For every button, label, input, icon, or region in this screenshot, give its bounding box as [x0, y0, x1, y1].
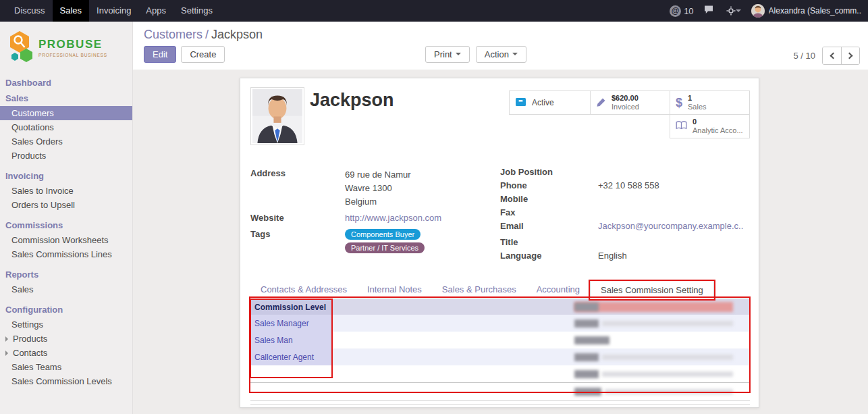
action-dropdown-button[interactable]: Action — [476, 46, 526, 63]
sidebar-item-sales-to-invoice[interactable]: Sales to Invoice — [0, 184, 132, 198]
pager-next-button[interactable] — [841, 47, 859, 64]
sales-label: Sales — [688, 103, 707, 111]
sidebar-heading-reports[interactable]: Reports — [0, 267, 132, 282]
right-field-group: Job Position Phone +32 10 588 558 Mobile… — [500, 167, 749, 264]
customer-form-sheet: Jackpson Active $620.00 Invoiced $ 1 Sal… — [240, 78, 759, 408]
logo-title: PROBUSE — [38, 38, 107, 51]
sidebar-item-products[interactable]: Products — [0, 149, 132, 163]
tab-contacts-addresses[interactable]: Contacts & Addresses — [250, 280, 357, 299]
table-row[interactable]: Sales Man — [250, 332, 750, 348]
analytic-stat-button[interactable]: 0 Analytic Acco... — [670, 114, 750, 138]
sidebar-item-commission-worksheets[interactable]: Commission Worksheets — [0, 233, 132, 247]
table-footer-line — [250, 404, 750, 405]
empty-cell — [250, 383, 331, 399]
tab-accounting[interactable]: Accounting — [526, 280, 590, 299]
commission-table: Commission Level Sales Manager Sales Man… — [250, 299, 750, 405]
user-name: Alexandra (Sales_comm.. — [769, 6, 861, 16]
create-button[interactable]: Create — [181, 46, 225, 63]
mention-counter[interactable]: @ 10 — [670, 5, 693, 17]
tags-value: Components Buyer Partner / IT Services — [345, 229, 493, 256]
messages-icon[interactable] — [704, 5, 716, 17]
commission-level-cell[interactable]: Sales Manager — [250, 315, 331, 332]
redacted-content — [574, 303, 599, 311]
pager-previous-button[interactable] — [823, 47, 841, 64]
control-panel: Customers/Jackpson Edit Create Print Act… — [133, 22, 868, 70]
customer-name: Jackpson — [310, 90, 394, 111]
sidebar: PROBUSE PROFESSIONAL BUSINESS Dashboard … — [0, 22, 133, 414]
breadcrumb-customers[interactable]: Customers — [144, 28, 202, 41]
email-link[interactable]: Jackpson@yourcompany.example.c.. — [598, 221, 749, 232]
invoiced-stat-button[interactable]: $620.00 Invoiced — [590, 90, 670, 115]
address-line: Wavre 1300 — [345, 182, 493, 195]
sales-stat-button[interactable]: $ 1 Sales — [670, 90, 750, 115]
table-header-row: Commission Level — [250, 299, 750, 315]
sidebar-item-label: Contacts — [13, 348, 47, 358]
table-footer-line — [250, 400, 750, 401]
commission-level-cell[interactable]: Sales Man — [250, 332, 331, 348]
sidebar-heading-commissions[interactable]: Commissions — [0, 217, 132, 233]
commission-level-header[interactable]: Commission Level — [250, 299, 331, 315]
sidebar-item-sales-orders[interactable]: Sales Orders — [0, 134, 132, 149]
redacted-content — [605, 389, 733, 394]
table-row[interactable]: Sales Manager — [250, 315, 750, 332]
table-row[interactable]: Callcenter Agent — [250, 348, 750, 365]
sales-count: 1 — [688, 94, 707, 103]
sidebar-heading-configuration[interactable]: Configuration — [0, 302, 132, 317]
analytic-label: Analytic Acco... — [693, 126, 743, 135]
tab-label: Sales Commission Setting — [601, 285, 703, 295]
sidebar-item-label: Products — [13, 334, 47, 344]
redacted-content — [574, 370, 599, 378]
print-dropdown-button[interactable]: Print — [425, 46, 470, 63]
tab-internal-notes[interactable]: Internal Notes — [357, 280, 432, 299]
book-icon — [676, 121, 687, 132]
address-line: Belgium — [345, 195, 493, 209]
tab-sales-commission-setting[interactable]: Sales Commission Setting — [590, 280, 714, 299]
breadcrumb: Customers/Jackpson — [144, 28, 263, 42]
table-row-empty — [250, 382, 750, 399]
sidebar-item-sales-commission-levels[interactable]: Sales Commission Levels — [0, 374, 132, 388]
language-value: English — [598, 251, 749, 262]
edit-button[interactable]: Edit — [144, 46, 176, 63]
tag-components-buyer: Components Buyer — [345, 229, 421, 240]
sidebar-heading-dashboard[interactable]: Dashboard — [0, 75, 132, 90]
redacted-content — [574, 319, 599, 328]
sidebar-item-settings[interactable]: Settings — [0, 317, 132, 332]
sidebar-item-quotations[interactable]: Quotations — [0, 120, 132, 134]
redacted-content — [574, 336, 609, 344]
tab-sales-purchases[interactable]: Sales & Purchases — [432, 280, 526, 299]
sidebar-item-config-products[interactable]: Products — [0, 332, 132, 346]
commission-level-cell[interactable]: Callcenter Agent — [250, 348, 331, 365]
sidebar-heading-invoicing[interactable]: Invoicing — [0, 168, 132, 184]
sidebar-item-orders-to-upsell[interactable]: Orders to Upsell — [0, 198, 132, 212]
systray-gear-icon[interactable] — [726, 6, 741, 16]
menu-apps[interactable]: Apps — [138, 0, 173, 22]
mention-count: 10 — [684, 6, 693, 16]
menu-settings[interactable]: Settings — [173, 0, 220, 22]
active-toggle-icon — [515, 97, 526, 108]
sidebar-item-customers[interactable]: Customers — [0, 106, 132, 120]
pager-counter: 5 / 10 — [793, 51, 815, 61]
sidebar-item-reports-sales[interactable]: Sales — [0, 282, 132, 296]
phone-value: +32 10 588 558 — [598, 180, 749, 192]
active-stat-button[interactable]: Active — [509, 90, 591, 115]
job-position-label: Job Position — [500, 167, 598, 178]
user-menu[interactable]: Alexandra (Sales_comm.. — [751, 4, 861, 18]
sidebar-item-sales-teams[interactable]: Sales Teams — [0, 360, 132, 374]
menu-sales[interactable]: Sales — [53, 0, 90, 22]
sidebar-item-sales-commissions-lines[interactable]: Sales Commissions Lines — [0, 247, 132, 261]
sidebar-item-config-contacts[interactable]: Contacts — [0, 346, 132, 360]
website-label: Website — [250, 213, 345, 223]
website-link[interactable]: http://www.jackpson.com — [345, 213, 493, 223]
menu-discuss[interactable]: Discuss — [7, 0, 53, 22]
menu-invoicing[interactable]: Invoicing — [89, 0, 138, 22]
sidebar-heading-sales[interactable]: Sales — [0, 90, 132, 106]
probuse-logo-icon — [8, 30, 34, 64]
action-label: Action — [485, 49, 509, 59]
redacted-content — [574, 353, 599, 361]
redacted-content — [574, 388, 601, 396]
left-field-group: Address 69 rue de Namur Wavre 1300 Belgi… — [250, 168, 493, 260]
title-value — [598, 237, 749, 249]
notebook-tabs: Contacts & Addresses Internal Notes Sale… — [250, 280, 750, 299]
breadcrumb-current: Jackpson — [211, 28, 263, 41]
chevron-right-icon — [5, 351, 11, 356]
